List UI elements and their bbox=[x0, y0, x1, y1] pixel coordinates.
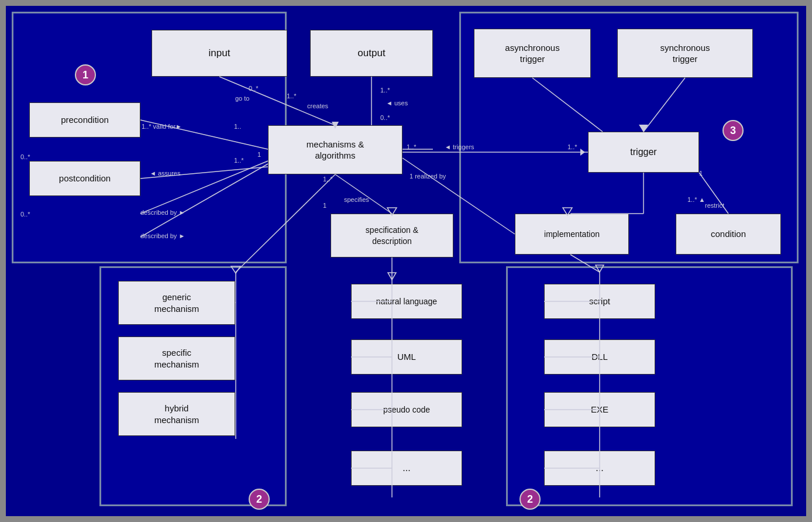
trigger-box: trigger bbox=[588, 132, 699, 173]
specific-mechanism-box: specific mechanism bbox=[118, 336, 235, 380]
implementation-box: implementation bbox=[515, 214, 629, 255]
sync-trigger-box: synchronous trigger bbox=[617, 29, 753, 78]
input-box: input bbox=[152, 30, 287, 77]
natural-language-box: natural language bbox=[351, 284, 462, 319]
generic-mechanism-box: generic mechanism bbox=[118, 281, 235, 325]
hybrid-mechanism-box: hybrid mechanism bbox=[118, 392, 235, 436]
badge-3: 3 bbox=[722, 120, 744, 141]
dll-box: DLL bbox=[544, 339, 655, 375]
svg-text:◄ uses: ◄ uses bbox=[386, 99, 408, 107]
svg-marker-47 bbox=[388, 273, 396, 280]
output-box: output bbox=[310, 30, 433, 77]
uml-box: UML bbox=[351, 339, 462, 375]
dots2-box: ... bbox=[544, 451, 655, 486]
exe-box: EXE bbox=[544, 392, 655, 427]
svg-line-29 bbox=[335, 174, 392, 214]
mechanisms-algorithms-box: mechanisms & algorithms bbox=[268, 125, 402, 174]
postcondition-box: postcondition bbox=[29, 161, 140, 196]
dots1-box: ... bbox=[351, 451, 462, 486]
svg-text:1..*: 1..* bbox=[380, 87, 390, 94]
svg-text:0..*: 0..* bbox=[380, 114, 390, 121]
svg-text:1..*: 1..* bbox=[407, 143, 417, 150]
svg-text:1  realized by: 1 realized by bbox=[410, 173, 446, 180]
spec-desc-box: specification & description bbox=[331, 214, 453, 257]
badge-2a: 2 bbox=[249, 489, 270, 510]
condition-box: condition bbox=[676, 214, 781, 255]
async-trigger-box: asynchronous trigger bbox=[474, 29, 591, 78]
main-canvas: input output asynchronous trigger synchr… bbox=[6, 6, 806, 516]
svg-text:1: 1 bbox=[323, 202, 326, 209]
svg-text:1..*: 1..* bbox=[287, 92, 297, 99]
pseudo-code-box: pseudo code bbox=[351, 392, 462, 427]
svg-text:1..*: 1..* bbox=[323, 176, 333, 183]
badge-1: 1 bbox=[75, 64, 96, 85]
precondition-box: precondition bbox=[29, 102, 140, 138]
script-box: script bbox=[544, 284, 655, 319]
svg-text:creates: creates bbox=[307, 102, 329, 109]
badge-2b: 2 bbox=[519, 489, 541, 510]
svg-text:specifies: specifies bbox=[344, 196, 369, 203]
